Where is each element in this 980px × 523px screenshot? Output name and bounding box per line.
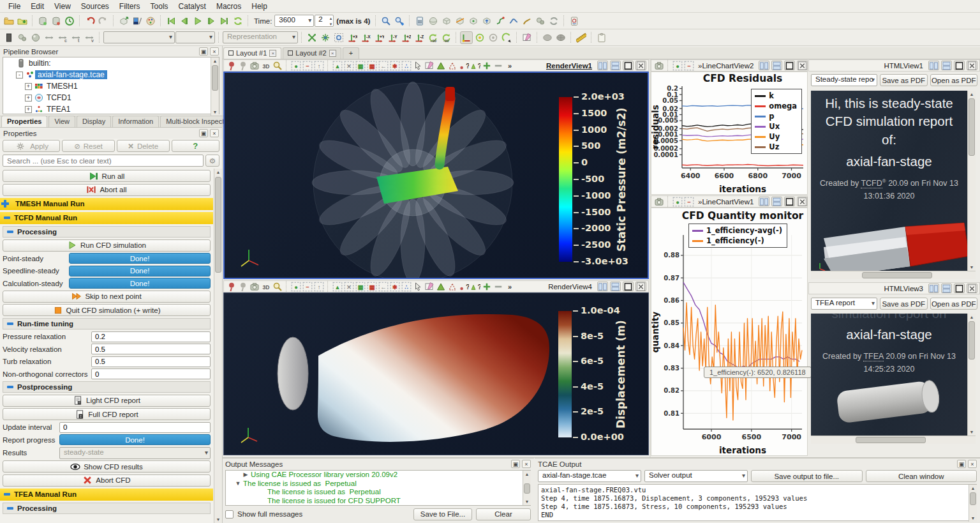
abort-all-button[interactable]: Abort all (3, 184, 211, 196)
output-messages-log[interactable]: ▶Using CAE Processor library version 20.… (225, 470, 531, 506)
select-points-on-icon[interactable]: − (302, 281, 313, 292)
close-view-button[interactable] (797, 197, 808, 206)
properties-scrollbar[interactable]: ▲▼ (214, 169, 222, 523)
save-state-icon[interactable] (50, 15, 63, 27)
cam-minus-x-icon[interactable]: -X (359, 31, 372, 44)
pin-view-icon[interactable] (226, 60, 237, 71)
step-forward-icon[interactable] (205, 15, 218, 27)
section-tcfd-manual-run[interactable]: TCFD Manual Run (0, 212, 213, 224)
split-horizontal-button[interactable] (597, 282, 608, 291)
component-select[interactable] (175, 31, 215, 43)
non-orthogonal-correctors-field[interactable] (91, 368, 211, 379)
pin-view-icon[interactable] (226, 281, 237, 292)
stream-tracer-icon[interactable] (507, 15, 520, 27)
rescale-temporal-icon[interactable]: t (70, 31, 82, 44)
clear-selection-icon[interactable]: − (683, 60, 694, 71)
close-tab-icon[interactable]: × (329, 50, 336, 57)
renderview4-canvas[interactable]: 1.0e-048e-56e-54e-52e-50.0e+00Displaceme… (223, 292, 649, 455)
select-frustum-icon[interactable]: ↑ (313, 60, 324, 71)
slice-icon[interactable] (454, 15, 466, 27)
play-icon[interactable] (191, 15, 204, 27)
tab-view[interactable]: View (48, 116, 75, 127)
select-cells-on-icon[interactable]: ● (290, 60, 301, 71)
results-select[interactable]: steady-state (59, 447, 211, 459)
hover-cells-icon[interactable]: ← (378, 60, 389, 71)
splitter-views[interactable] (650, 59, 651, 458)
float-panel-button[interactable]: ▣ (199, 129, 208, 137)
show-center-icon[interactable] (473, 31, 486, 44)
edit-color-map-icon[interactable] (29, 31, 42, 44)
section-tmesh-manual-run[interactable]: TMESH Manual Run (0, 198, 213, 210)
htmlview3-hscrollbar[interactable] (811, 436, 976, 444)
toggle-3d-icon[interactable]: 3D (260, 60, 271, 71)
cfd-quantity-monitor-chart[interactable]: 6000650070000.810.820.830.840.850.860.87… (651, 208, 808, 456)
zoom-data-icon[interactable] (272, 60, 283, 71)
threshold-icon[interactable] (467, 15, 480, 27)
float-panel-button[interactable]: ▣ (957, 460, 966, 468)
cam-plus-z-icon[interactable]: +Z (399, 31, 412, 44)
interactive-select-cells-icon[interactable]: ▦ (355, 281, 366, 292)
grow-selection-icon[interactable] (435, 281, 446, 292)
subsection-processing[interactable]: Processing (3, 503, 211, 514)
add-selection-icon[interactable] (481, 60, 492, 71)
palette-icon[interactable] (144, 15, 157, 27)
select-cells-on-icon[interactable]: ● (290, 281, 301, 292)
select-blocks-icon[interactable]: ∴ (401, 281, 412, 292)
light-cfd-report-button[interactable]: Light CFD report (3, 395, 211, 407)
calculation-steady-status-button[interactable]: Done! (69, 278, 211, 289)
pick-icon[interactable] (412, 60, 423, 71)
undo-icon[interactable] (84, 15, 96, 27)
capture-screenshot-icon[interactable] (249, 60, 260, 71)
output-messages-scrollbar[interactable]: ▲▼ (523, 471, 531, 505)
reset-center-icon[interactable] (500, 31, 513, 44)
select-blocks-icon[interactable]: ∴ (401, 60, 412, 71)
save-output-button[interactable]: Save output to file... (751, 470, 863, 482)
query-cells-icon[interactable]: ? (470, 60, 480, 71)
select-block-icon[interactable]: ✕ (343, 281, 354, 292)
close-view-button[interactable] (967, 61, 977, 70)
glyph-icon[interactable] (494, 15, 507, 27)
tcae-output-log[interactable]: axial-fan-stage.FREQ03.vtu Step 4, time … (538, 484, 977, 521)
grow-selection-icon[interactable] (435, 60, 446, 71)
clear-button[interactable]: Clear (476, 508, 531, 520)
split-vertical-button[interactable] (771, 197, 782, 206)
rotate-90-ccw-icon[interactable]: -90 (440, 31, 452, 44)
more-tools-icon[interactable]: » (504, 60, 515, 71)
auto-apply-icon[interactable] (63, 15, 76, 27)
representation-select[interactable]: Representation (223, 31, 298, 43)
run-cfd-simulation-button[interactable]: Run CFD simulation (3, 239, 211, 252)
run-all-button[interactable]: Run all (3, 170, 211, 182)
output-type-select[interactable]: Solver output (644, 470, 748, 482)
close-tab-icon[interactable]: × (269, 50, 276, 57)
tab-display[interactable]: Display (77, 116, 111, 127)
cfd-residuals-chart[interactable]: 64006600680070000.20.10.050.020.010.0050… (651, 72, 808, 195)
subtract-selection-icon[interactable] (493, 60, 503, 71)
split-vertical-button[interactable] (610, 282, 621, 291)
zoom-to-data-icon[interactable] (380, 15, 392, 27)
menu-view[interactable]: View (50, 1, 75, 12)
maximize-view-button[interactable] (954, 284, 965, 293)
zoom-to-box-icon[interactable] (332, 31, 345, 44)
prev-frame-icon[interactable] (178, 15, 191, 27)
apply-button[interactable]: Apply (3, 140, 60, 152)
clear-selection-icon[interactable]: − (683, 196, 694, 207)
split-vertical-button[interactable] (610, 61, 621, 70)
skip-to-next-point-button[interactable]: Skip to next point (3, 291, 211, 303)
report-type-select[interactable]: TFEA report (811, 298, 877, 310)
splitter-vertical[interactable] (222, 46, 223, 523)
tree-toggle-icon[interactable]: ▶ (242, 471, 249, 480)
tree-toggle-icon[interactable]: ▼ (235, 480, 241, 489)
time-select[interactable]: 3600 (274, 15, 314, 27)
zoom-data-icon[interactable] (272, 281, 283, 292)
htmlview3-vscrollbar[interactable]: ▲▼ (967, 314, 976, 436)
shrink-selection-icon[interactable] (447, 60, 457, 71)
color-by-select[interactable] (103, 31, 175, 43)
point-steady-status-button[interactable]: Done! (69, 253, 211, 264)
hover-points-icon[interactable]: ✱ (389, 281, 400, 292)
colormap-icon[interactable] (131, 15, 144, 27)
zoom-custom-icon[interactable] (393, 15, 406, 27)
warp-icon[interactable] (521, 15, 533, 27)
tab-information[interactable]: Information (112, 116, 159, 127)
mesh-preview-icon[interactable] (554, 31, 567, 44)
section-tfea-manual-run[interactable]: TFEA Manual Run (0, 489, 213, 501)
